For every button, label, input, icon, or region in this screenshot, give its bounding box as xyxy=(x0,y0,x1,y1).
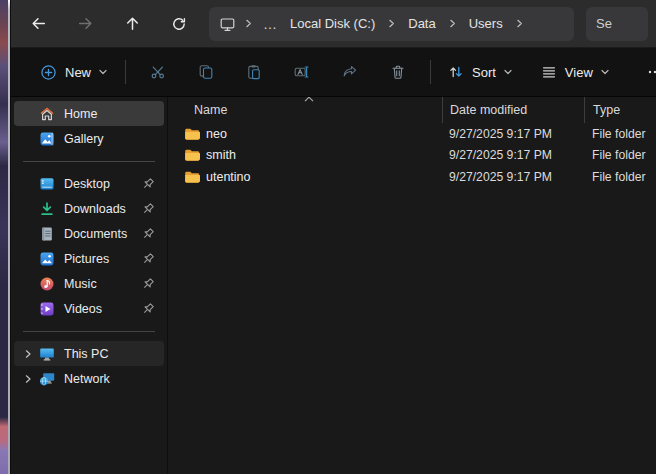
folder-icon xyxy=(184,170,200,184)
sidebar-item-downloads[interactable]: Downloads xyxy=(14,196,164,221)
sort-ascending-indicator-icon xyxy=(303,97,315,103)
file-name: utentino xyxy=(206,170,250,184)
file-explorer-window: … Local Disk (C:) Data Users Se New xyxy=(0,0,656,474)
sidebar-item-videos[interactable]: Videos xyxy=(14,296,164,321)
file-type: File folder xyxy=(584,170,656,184)
delete-button[interactable] xyxy=(376,54,420,90)
desktop-icon xyxy=(39,176,55,192)
pictures-icon xyxy=(39,251,55,267)
file-date-modified: 9/27/2025 9:17 PM xyxy=(442,127,584,141)
view-button[interactable]: View xyxy=(532,54,619,90)
sidebar-item-label: Videos xyxy=(64,302,102,316)
gallery-icon xyxy=(39,131,55,147)
file-type: File folder xyxy=(584,148,656,162)
scissors-icon xyxy=(150,64,166,80)
sidebar-item-desktop[interactable]: Desktop xyxy=(14,171,164,196)
new-button[interactable]: New xyxy=(31,54,117,90)
column-header-label: Name xyxy=(194,103,227,117)
forward-button[interactable] xyxy=(68,8,102,40)
toolbar-divider xyxy=(125,60,126,84)
sidebar-item-label: Documents xyxy=(64,227,127,241)
file-type: File folder xyxy=(584,127,656,141)
arrow-up-icon xyxy=(124,15,141,32)
paste-button[interactable] xyxy=(232,54,276,90)
copy-button[interactable] xyxy=(184,54,228,90)
column-header-name[interactable]: Name xyxy=(168,97,442,123)
expand-chevron-icon[interactable] xyxy=(23,349,33,359)
arrow-left-icon xyxy=(30,15,47,32)
search-input[interactable]: Se xyxy=(586,7,648,41)
cut-button[interactable] xyxy=(136,54,180,90)
chevron-down-icon xyxy=(98,67,108,77)
sidebar-item-label: Desktop xyxy=(64,177,110,191)
pin-icon xyxy=(141,227,155,241)
sidebar-divider xyxy=(23,161,155,162)
pin-icon xyxy=(141,252,155,266)
address-bar[interactable]: … Local Disk (C:) Data Users xyxy=(209,7,574,41)
downloads-icon xyxy=(39,201,55,217)
column-header-date-modified[interactable]: Date modified xyxy=(442,97,584,123)
sort-icon xyxy=(448,64,464,80)
share-button[interactable] xyxy=(328,54,372,90)
sidebar-item-label: This PC xyxy=(64,347,108,361)
sidebar-item-label: Gallery xyxy=(64,132,104,146)
sort-button[interactable]: Sort xyxy=(439,54,522,90)
folder-icon xyxy=(184,148,200,162)
file-date-modified: 9/27/2025 9:17 PM xyxy=(442,148,584,162)
pin-icon xyxy=(141,202,155,216)
file-row-neo[interactable]: neo 9/27/2025 9:17 PM File folder xyxy=(168,123,656,145)
more-options-button[interactable] xyxy=(633,54,656,90)
sidebar-item-label: Pictures xyxy=(64,252,109,266)
chevron-down-icon xyxy=(600,67,610,77)
sidebar-item-this-pc[interactable]: This PC xyxy=(14,341,164,366)
file-row-smith[interactable]: smith 9/27/2025 9:17 PM File folder xyxy=(168,145,656,167)
chevron-down-icon xyxy=(503,67,513,77)
command-toolbar: New xyxy=(11,48,656,97)
sidebar-item-gallery[interactable]: Gallery xyxy=(14,126,164,151)
explorer-frame: … Local Disk (C:) Data Users Se New xyxy=(10,0,656,474)
breadcrumb-overflow-button[interactable]: … xyxy=(261,16,280,32)
navigation-bar: … Local Disk (C:) Data Users Se xyxy=(11,0,656,48)
videos-icon xyxy=(39,301,55,317)
chevron-right-icon[interactable] xyxy=(514,18,525,29)
sidebar-item-home[interactable]: Home xyxy=(14,101,164,126)
file-list-pane: Name Date modified Type neo 9/27 xyxy=(168,97,656,474)
file-name: neo xyxy=(206,127,227,141)
file-row-utentino[interactable]: utentino 9/27/2025 9:17 PM File folder xyxy=(168,166,656,188)
file-date-modified: 9/27/2025 9:17 PM xyxy=(442,170,584,184)
up-button[interactable] xyxy=(115,8,149,40)
back-button[interactable] xyxy=(21,8,55,40)
plus-circle-icon xyxy=(40,64,57,81)
ellipsis-icon xyxy=(647,64,656,80)
breadcrumb-item-data[interactable]: Data xyxy=(404,14,439,33)
home-icon xyxy=(39,106,55,122)
copy-icon xyxy=(198,64,214,80)
background-window-sliver xyxy=(0,0,8,474)
refresh-icon xyxy=(171,16,187,32)
toolbar-divider xyxy=(430,60,431,84)
sort-button-label: Sort xyxy=(472,65,496,80)
column-header-type[interactable]: Type xyxy=(584,97,656,123)
chevron-right-icon[interactable] xyxy=(447,18,458,29)
new-button-label: New xyxy=(65,65,91,80)
sidebar-item-music[interactable]: Music xyxy=(14,271,164,296)
rename-button[interactable] xyxy=(280,54,324,90)
navigation-sidebar: Home Gallery Desktop Downloads xyxy=(11,97,168,474)
search-placeholder-text: Se xyxy=(596,16,612,31)
refresh-button[interactable] xyxy=(162,8,196,40)
breadcrumb-item-users[interactable]: Users xyxy=(465,14,507,33)
sidebar-item-pictures[interactable]: Pictures xyxy=(14,246,164,271)
file-name: smith xyxy=(206,148,236,162)
expand-chevron-icon[interactable] xyxy=(23,374,33,384)
arrow-right-icon xyxy=(77,15,94,32)
pin-icon xyxy=(141,302,155,316)
sidebar-item-label: Music xyxy=(64,277,97,291)
sidebar-item-network[interactable]: Network xyxy=(14,366,164,391)
view-button-label: View xyxy=(565,65,593,80)
sidebar-item-label: Network xyxy=(64,372,110,386)
pin-icon xyxy=(141,277,155,291)
this-pc-icon xyxy=(39,346,55,362)
breadcrumb-item-drive[interactable]: Local Disk (C:) xyxy=(286,14,379,33)
chevron-right-icon[interactable] xyxy=(386,18,397,29)
sidebar-item-documents[interactable]: Documents xyxy=(14,221,164,246)
